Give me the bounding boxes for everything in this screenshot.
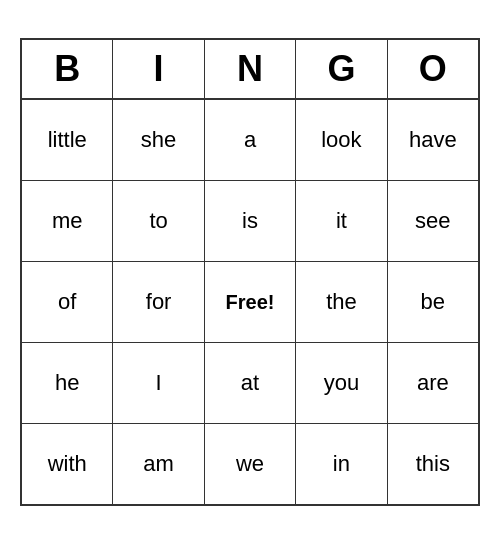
cell-r4c5: are xyxy=(388,343,478,423)
cell-r2c5: see xyxy=(388,181,478,261)
bingo-row: with am we in this xyxy=(22,424,478,504)
cell-r5c5: this xyxy=(388,424,478,504)
cell-r2c2: to xyxy=(113,181,204,261)
bingo-card: B I N G O little she a look have me to i… xyxy=(20,38,480,506)
cell-r2c3: is xyxy=(205,181,296,261)
header-o: O xyxy=(388,40,478,98)
bingo-body: little she a look have me to is it see o… xyxy=(22,100,478,504)
cell-r1c5: have xyxy=(388,100,478,180)
cell-r5c1: with xyxy=(22,424,113,504)
cell-r3c4: the xyxy=(296,262,387,342)
bingo-header: B I N G O xyxy=(22,40,478,100)
cell-r2c4: it xyxy=(296,181,387,261)
bingo-row: me to is it see xyxy=(22,181,478,262)
cell-r4c1: he xyxy=(22,343,113,423)
cell-r3c2: for xyxy=(113,262,204,342)
cell-r5c3: we xyxy=(205,424,296,504)
cell-free: Free! xyxy=(205,262,296,342)
bingo-row: he I at you are xyxy=(22,343,478,424)
cell-r3c1: of xyxy=(22,262,113,342)
cell-r4c3: at xyxy=(205,343,296,423)
header-n: N xyxy=(205,40,296,98)
cell-r2c1: me xyxy=(22,181,113,261)
header-g: G xyxy=(296,40,387,98)
cell-r1c3: a xyxy=(205,100,296,180)
cell-r4c2: I xyxy=(113,343,204,423)
cell-r5c2: am xyxy=(113,424,204,504)
cell-r5c4: in xyxy=(296,424,387,504)
cell-r1c4: look xyxy=(296,100,387,180)
header-b: B xyxy=(22,40,113,98)
cell-r1c1: little xyxy=(22,100,113,180)
bingo-row: of for Free! the be xyxy=(22,262,478,343)
header-i: I xyxy=(113,40,204,98)
cell-r3c5: be xyxy=(388,262,478,342)
bingo-row: little she a look have xyxy=(22,100,478,181)
cell-r4c4: you xyxy=(296,343,387,423)
cell-r1c2: she xyxy=(113,100,204,180)
